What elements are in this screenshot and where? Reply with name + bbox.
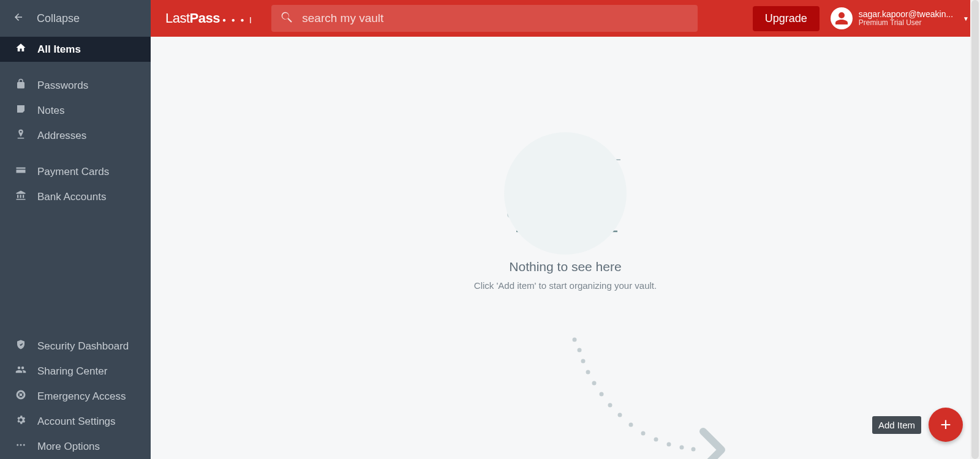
svg-point-41 (654, 438, 658, 442)
svg-point-36 (600, 392, 604, 397)
svg-point-33 (581, 359, 586, 364)
header: LastPass● ● ● | Upgrade sagar.kapoor@twe… (151, 0, 980, 37)
sidebar-item-addresses[interactable]: Addresses (0, 123, 151, 148)
svg-point-42 (667, 442, 671, 447)
people-icon (13, 364, 29, 378)
svg-point-2 (23, 444, 25, 446)
sidebar-item-label: All Items (37, 43, 81, 56)
sidebar-item-label: Emergency Access (37, 390, 126, 403)
vault-illustration (504, 138, 627, 248)
svg-point-0 (17, 444, 18, 446)
home-icon (13, 42, 29, 56)
sidebar: Collapse All Items Passwords Notes A (0, 0, 151, 459)
logo-text-b: Pass (190, 10, 220, 26)
svg-point-43 (680, 446, 684, 450)
address-icon (13, 129, 29, 143)
svg-point-37 (608, 403, 612, 408)
svg-point-40 (641, 431, 646, 436)
account-menu[interactable]: sagar.kapoor@tweakin... Premium Trial Us… (831, 7, 969, 29)
account-email: sagar.kapoor@tweakin... (859, 9, 953, 19)
sidebar-item-label: Bank Accounts (37, 191, 106, 203)
search-box[interactable] (271, 5, 698, 32)
svg-point-39 (629, 423, 633, 427)
account-tier: Premium Trial User (859, 19, 953, 28)
svg-point-32 (578, 348, 582, 353)
sidebar-item-all-items[interactable]: All Items (0, 37, 151, 62)
note-icon (13, 103, 29, 118)
collapse-arrow-icon (13, 12, 24, 26)
empty-state: Nothing to see here Click 'Add item' to … (474, 138, 657, 291)
svg-point-38 (618, 413, 622, 417)
sidebar-item-label: Account Settings (37, 416, 116, 428)
collapse-sidebar-button[interactable]: Collapse (0, 0, 151, 37)
bank-icon (13, 190, 29, 204)
add-item-fab[interactable]: + (929, 408, 963, 442)
fab-tooltip: Add Item (872, 416, 921, 434)
arrow-trail-illustration (568, 337, 728, 459)
search-icon (280, 10, 293, 26)
sidebar-item-label: Security Dashboard (37, 340, 129, 353)
sidebar-item-label: Notes (37, 105, 64, 117)
sidebar-item-emergency-access[interactable]: Emergency Access (0, 384, 151, 409)
upgrade-button[interactable]: Upgrade (753, 6, 820, 31)
sidebar-item-label: Addresses (37, 130, 86, 142)
credit-card-icon (13, 165, 29, 179)
sidebar-item-security-dashboard[interactable]: Security Dashboard (0, 334, 151, 359)
plus-icon: + (940, 414, 951, 435)
svg-point-35 (592, 381, 597, 386)
lifebuoy-icon (13, 389, 29, 403)
sidebar-item-account-settings[interactable]: Account Settings (0, 409, 151, 434)
vertical-scrollbar[interactable] (970, 0, 980, 459)
sidebar-item-bank-accounts[interactable]: Bank Accounts (0, 184, 151, 209)
sidebar-item-label: Passwords (37, 80, 88, 92)
sidebar-item-label: Sharing Center (37, 365, 107, 378)
search-input[interactable] (302, 12, 689, 25)
logo-text-a: Last (165, 10, 190, 26)
svg-point-31 (573, 338, 577, 342)
empty-title: Nothing to see here (474, 259, 657, 274)
avatar (831, 7, 853, 29)
collapse-label: Collapse (37, 12, 80, 25)
svg-point-34 (586, 370, 590, 375)
lock-icon (13, 78, 29, 92)
sidebar-item-label: Payment Cards (37, 166, 109, 178)
logo: LastPass● ● ● | (165, 10, 253, 26)
sidebar-item-more-options[interactable]: More Options (0, 434, 151, 459)
caret-down-icon: ▼ (963, 15, 969, 22)
more-icon (13, 439, 29, 453)
logo-dots-icon: ● ● ● | (222, 17, 253, 23)
gear-icon (13, 414, 29, 428)
sidebar-item-sharing-center[interactable]: Sharing Center (0, 359, 151, 384)
empty-subtitle: Click 'Add item' to start organizing you… (474, 280, 657, 291)
main-panel: LastPass● ● ● | Upgrade sagar.kapoor@twe… (151, 0, 980, 459)
svg-point-44 (692, 447, 696, 452)
shield-icon (13, 339, 29, 353)
sidebar-item-payment-cards[interactable]: Payment Cards (0, 159, 151, 184)
sidebar-item-passwords[interactable]: Passwords (0, 73, 151, 98)
sidebar-item-notes[interactable]: Notes (0, 98, 151, 123)
svg-point-1 (20, 444, 22, 446)
sidebar-item-label: More Options (37, 441, 100, 453)
content: Nothing to see here Click 'Add item' to … (151, 37, 980, 459)
